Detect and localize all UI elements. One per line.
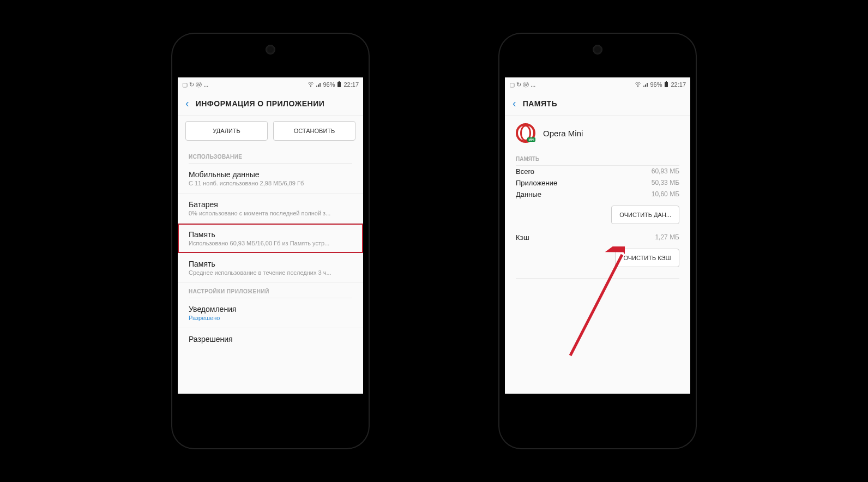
action-buttons-row: УДАЛИТЬ ОСТАНОВИТЬ <box>178 116 363 148</box>
permissions-title: Разрешения <box>189 335 352 344</box>
notifications-title: Уведомления <box>189 305 352 314</box>
delete-button[interactable]: УДАЛИТЬ <box>185 121 268 141</box>
wifi-icon <box>635 82 641 87</box>
mobile-data-title: Мобильные данные <box>189 170 352 179</box>
header-title: ПАМЯТЬ <box>523 99 558 108</box>
content-area[interactable]: MINI Opera Mini ПАМЯТЬ Всего 60,93 МБ Пр… <box>505 116 690 394</box>
cache-row: Кэш 1,27 МБ <box>505 232 690 243</box>
divider <box>516 278 679 279</box>
phone-screen-right: ▢ ↻ ⓦ ... 96% 22:17 ‹ ПАМЯТЬ MINI Opera … <box>505 77 690 394</box>
svg-rect-1 <box>337 82 341 87</box>
opera-mini-badge: MINI <box>527 137 535 142</box>
storage-title: Память <box>189 230 352 239</box>
total-value: 60,93 МБ <box>652 167 679 176</box>
back-icon[interactable]: ‹ <box>185 97 189 110</box>
battery-sub: 0% использовано с момента последней полн… <box>189 210 352 216</box>
status-time: 22:17 <box>671 81 686 88</box>
data-value: 10,60 МБ <box>652 190 679 198</box>
svg-rect-2 <box>339 81 340 82</box>
mobile-data-item[interactable]: Мобильные данные С 11 нояб. использовано… <box>178 164 363 194</box>
phone-screen-left: ▢ ↻ ⓦ ... 96% 22:17 ‹ ИНФОРМАЦИЯ О ПРИЛО… <box>178 77 363 394</box>
status-right: 96% 22:17 <box>308 81 359 88</box>
back-icon[interactable]: ‹ <box>513 97 516 110</box>
battery-icon <box>336 81 342 88</box>
app-name-label: Opera Mini <box>543 129 583 138</box>
status-icons-text: ▢ ↻ ⓦ ... <box>182 81 208 89</box>
memory-section-label: ПАМЯТЬ <box>516 153 679 166</box>
wifi-icon <box>308 82 314 87</box>
battery-percent: 96% <box>323 81 335 88</box>
total-row: Всего 60,93 МБ <box>505 166 690 177</box>
phone-frame-left: ▢ ↻ ⓦ ... 96% 22:17 ‹ ИНФОРМАЦИЯ О ПРИЛО… <box>172 34 369 448</box>
phone-camera <box>266 45 275 55</box>
storage-item-highlighted[interactable]: Память Использовано 60,93 МБ/16,00 Гб из… <box>178 224 363 253</box>
battery-percent: 96% <box>650 81 662 88</box>
app-info-row: MINI Opera Mini <box>505 116 690 153</box>
signal-icon <box>316 82 321 87</box>
status-time: 22:17 <box>343 81 359 88</box>
svg-rect-4 <box>665 82 668 87</box>
data-row: Данные 10,60 МБ <box>505 189 690 200</box>
cache-value: 1,27 МБ <box>655 233 679 242</box>
memory-item[interactable]: Память Среднее использование в течение п… <box>178 253 363 283</box>
battery-item[interactable]: Батарея 0% использовано с момента послед… <box>178 194 363 224</box>
notifications-sub: Разрешено <box>189 315 352 321</box>
usage-section-label: ИСПОЛЬЗОВАНИЕ <box>189 148 352 164</box>
signal-icon <box>643 82 648 87</box>
data-label: Данные <box>516 190 541 198</box>
app-header: ‹ ИНФОРМАЦИЯ О ПРИЛОЖЕНИИ <box>178 92 363 116</box>
status-icons-text: ▢ ↻ ⓦ ... <box>509 81 535 89</box>
svg-point-3 <box>637 86 638 87</box>
app-settings-label: НАСТРОЙКИ ПРИЛОЖЕНИЙ <box>189 283 352 298</box>
memory-sub: Среднее использование в течение последни… <box>189 269 352 276</box>
battery-title: Батарея <box>189 200 352 209</box>
cache-label: Кэш <box>516 233 529 242</box>
clear-cache-row: ОЧИСТИТЬ КЭШ <box>505 243 690 275</box>
status-left-icons: ▢ ↻ ⓦ ... <box>182 81 208 89</box>
memory-title: Память <box>189 260 352 268</box>
app-header: ‹ ПАМЯТЬ <box>505 92 690 116</box>
clear-cache-button[interactable]: ОЧИСТИТЬ КЭШ <box>615 249 679 267</box>
status-bar: ▢ ↻ ⓦ ... 96% 22:17 <box>178 77 363 92</box>
phone-camera <box>593 45 602 55</box>
permissions-item[interactable]: Разрешения <box>178 328 363 351</box>
svg-rect-5 <box>666 81 667 82</box>
content-area[interactable]: УДАЛИТЬ ОСТАНОВИТЬ ИСПОЛЬЗОВАНИЕ Мобильн… <box>178 116 363 394</box>
clear-data-button[interactable]: ОЧИСТИТЬ ДАН... <box>611 206 679 224</box>
app-value: 50,33 МБ <box>652 179 679 187</box>
app-label: Приложение <box>516 179 557 187</box>
status-bar: ▢ ↻ ⓦ ... 96% 22:17 <box>505 77 690 92</box>
status-right: 96% 22:17 <box>635 81 686 88</box>
total-label: Всего <box>516 167 534 176</box>
app-row: Приложение 50,33 МБ <box>505 177 690 189</box>
battery-icon <box>664 81 669 88</box>
clear-data-row: ОЧИСТИТЬ ДАН... <box>505 200 690 232</box>
header-title: ИНФОРМАЦИЯ О ПРИЛОЖЕНИИ <box>196 99 325 108</box>
stop-button[interactable]: ОСТАНОВИТЬ <box>273 121 355 141</box>
status-left-icons: ▢ ↻ ⓦ ... <box>509 81 535 89</box>
svg-point-0 <box>310 86 311 87</box>
storage-sub: Использовано 60,93 МБ/16,00 Гб из Память… <box>189 240 352 246</box>
phone-frame-right: ▢ ↻ ⓦ ... 96% 22:17 ‹ ПАМЯТЬ MINI Opera … <box>499 34 696 448</box>
mobile-data-sub: С 11 нояб. использовано 2,98 МБ/6,89 Гб <box>189 180 352 186</box>
opera-mini-icon: MINI <box>516 123 535 143</box>
notifications-item[interactable]: Уведомления Разрешено <box>178 298 363 328</box>
